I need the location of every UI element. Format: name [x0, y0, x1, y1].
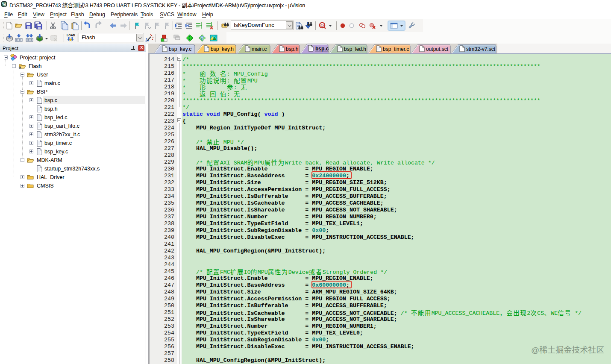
svg-text:bsp_key.c: bsp_key.c [169, 46, 191, 52]
svg-text:bsp_timer.c: bsp_timer.c [383, 46, 409, 52]
svg-text:bsp_key.h: bsp_key.h [211, 46, 234, 52]
svg-text:output.sct: output.sct [426, 46, 449, 52]
svg-text:Q: Q [320, 23, 324, 28]
svg-text:stm32-v7.sct: stm32-v7.sct [466, 46, 496, 52]
svg-text:bsp.c: bsp.c [315, 46, 329, 52]
svg-text:LOAD: LOAD [67, 34, 75, 37]
svg-text:bsp_led.h: bsp_led.h [344, 46, 366, 52]
svg-text:bsp.h: bsp.h [286, 46, 298, 52]
svg-text:main.c: main.c [252, 46, 267, 52]
